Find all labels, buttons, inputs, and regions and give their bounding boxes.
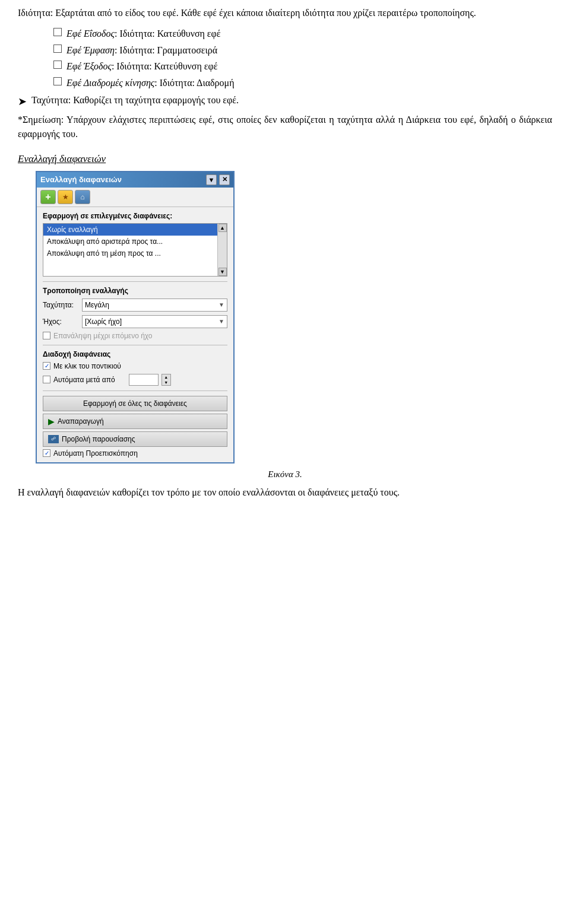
list-item: Εφέ Έξοδος: Ιδιότητα: Κατεύθυνση εφέ: [53, 59, 552, 74]
plus-icon: +: [45, 192, 50, 202]
section-heading: Εναλλαγή διαφανειών: [18, 153, 552, 165]
note-text: *Σημείωση: Υπάρχουν ελάχιστες περιπτώσει…: [18, 113, 552, 141]
content-area: Ιδιότητα: Εξαρτάται από το είδος του εφέ…: [18, 6, 552, 500]
speed-row: Ταχύτητα: Μεγάλη ▼: [43, 299, 227, 312]
dialog-content: Εφαρμογή σε επιλεγμένες διαφάνειες: Χωρί…: [37, 207, 233, 462]
mouse-click-label: Με κλικ του ποντικιού: [53, 362, 121, 370]
home-icon: ⌂: [80, 193, 84, 201]
sound-dropdown-arrow: ▼: [218, 318, 224, 325]
sound-value: [Χωρίς ήχο]: [85, 317, 122, 326]
slideshow-icon: ☍: [48, 435, 59, 443]
sound-label: Ήχος:: [43, 317, 78, 326]
dialog-toolbar: + ★ ⌂: [37, 188, 233, 207]
list-item-reveal-left[interactable]: Αποκάλυψη από αριστερά προς τα...: [43, 236, 227, 247]
bullet-icon-2: [53, 45, 62, 53]
spin-up[interactable]: ▲: [162, 374, 170, 380]
intro-paragraph: Ιδιότητα: Εξαρτάται από το είδος του εφέ…: [18, 6, 552, 20]
star-icon: ★: [62, 193, 69, 201]
bullet-icon-4: [53, 77, 62, 85]
separator-3: [43, 390, 227, 391]
list-item: Εφέ Εΐσοδος: Ιδιότητα: Κατεύθυνση εφέ: [53, 26, 552, 42]
time-input[interactable]: [129, 374, 159, 386]
bullet-icon-3: [53, 61, 62, 69]
speed-dropdown[interactable]: Μεγάλη ▼: [82, 299, 227, 312]
list-item: Εφέ Έμφαση: Ιδιότητα: Γραμματοσειρά: [53, 43, 552, 58]
auto-preview-checkbox[interactable]: [43, 449, 50, 457]
time-spinner[interactable]: ▲ ▼: [162, 374, 171, 386]
dialog-title: Εναλλαγή διαφανειών: [40, 175, 122, 184]
next-slide-title: Διαδοχή διαφάνειας: [43, 350, 227, 358]
speed-dropdown-arrow: ▼: [218, 301, 224, 308]
mouse-click-row: Με κλικ του ποντικιού: [43, 362, 227, 370]
loop-sound-label: Επανάληψη μέχρι επόμενο ήχο: [53, 332, 153, 340]
separator-1: [43, 281, 227, 282]
bullet-text-1: Εφέ Εΐσοδος: Ιδιότητα: Κατεύθυνση εφέ: [66, 26, 221, 42]
auto-after-row: Αυτόματα μετά από ▲ ▼: [43, 374, 227, 386]
speed-label: Ταχύτητα:: [43, 301, 78, 309]
minimize-button[interactable]: ▼: [206, 174, 217, 185]
dialog-box: Εναλλαγή διαφανειών ▼ ✕ + ★ ⌂: [36, 171, 235, 463]
bottom-paragraph: Η εναλλαγή διαφανειών καθορίζει τον τρόπ…: [18, 485, 552, 500]
bullet-text-3: Εφέ Έξοδος: Ιδιότητα: Κατεύθυνση εφέ: [66, 59, 217, 74]
dialog-wrapper: Εναλλαγή διαφανειών ▼ ✕ + ★ ⌂: [36, 171, 552, 463]
time-input-area: ▲ ▼: [129, 374, 171, 386]
loop-sound-checkbox[interactable]: [43, 332, 50, 339]
play-button[interactable]: ▶ Αναπαραγωγή: [43, 414, 227, 429]
spin-down[interactable]: ▼: [162, 380, 170, 385]
intro-text: Ιδιότητα: Εξαρτάται από το είδος του εφέ…: [18, 8, 476, 18]
bullet-icon-1: [53, 28, 62, 36]
home-button[interactable]: ⌂: [75, 190, 90, 204]
auto-after-label: Αυτόματα μετά από: [53, 376, 115, 384]
bullet-label-1: Εφέ Εΐσοδος: [66, 28, 115, 39]
bullet-label-4: Εφέ Διαδρομές κίνησης: [66, 78, 154, 88]
scroll-up[interactable]: ▲: [218, 224, 227, 232]
auto-after-checkbox[interactable]: [43, 376, 50, 383]
bullet-label-2: Εφέ Έμφαση: [66, 45, 115, 55]
auto-preview-label: Αυτόματη Προεπισκόπηση: [53, 449, 138, 458]
bullet-text-2: Εφέ Έμφαση: Ιδιότητα: Γραμματοσειρά: [66, 43, 217, 58]
close-button[interactable]: ✕: [219, 174, 230, 185]
apply-section-label: Εφαρμογή σε επιλεγμένες διαφάνειες:: [43, 212, 227, 220]
scroll-down[interactable]: ▼: [218, 268, 227, 276]
add-button[interactable]: +: [40, 190, 56, 204]
caption: Εικόνα 3.: [18, 469, 552, 480]
preview-button[interactable]: ☍ Προβολή παρουσίασης: [43, 431, 227, 447]
apply-all-button[interactable]: Εφαρμογή σε όλες τις διαφάνειες: [43, 396, 227, 411]
play-icon: ▶: [48, 417, 55, 426]
list-item-no-transition[interactable]: Χωρίς εναλλαγή: [43, 224, 227, 236]
speed-text: Ταχύτητα: Καθορίζει τη ταχύτητα εφαρμογή…: [31, 95, 239, 106]
speed-point: ➤ Ταχύτητα: Καθορίζει τη ταχύτητα εφαρμο…: [18, 95, 552, 109]
modify-section-title: Τροποποίηση εναλλαγής: [43, 287, 227, 295]
options-button[interactable]: ★: [58, 190, 73, 204]
dialog-titlebar: Εναλλαγή διαφανειών ▼ ✕: [37, 172, 233, 188]
speed-value: Μεγάλη: [85, 301, 109, 309]
bullet-list: Εφέ Εΐσοδος: Ιδιότητα: Κατεύθυνση εφέ Εφ…: [53, 26, 552, 90]
list-item: Εφέ Διαδρομές κίνησης: Ιδιότητα: Διαδρομ…: [53, 75, 552, 91]
next-slide-section: Διαδοχή διαφάνειας Με κλικ του ποντικιού…: [43, 350, 227, 386]
sound-row: Ήχος: [Χωρίς ήχο] ▼: [43, 315, 227, 328]
loop-sound-row: Επανάληψη μέχρι επόμενο ήχο: [43, 332, 227, 340]
bullet-text-4: Εφέ Διαδρομές κίνησης: Ιδιότητα: Διαδρομ…: [66, 75, 235, 91]
bullet-label-3: Εφέ Έξοδος: [66, 61, 112, 71]
auto-preview-row: Αυτόματη Προεπισκόπηση: [43, 449, 227, 458]
transition-list[interactable]: Χωρίς εναλλαγή Αποκάλυψη από αριστερά πρ…: [43, 223, 227, 277]
arrow-icon: ➤: [18, 95, 27, 109]
titlebar-buttons: ▼ ✕: [205, 174, 230, 185]
list-item-reveal-center[interactable]: Αποκάλυψη από τη μέση προς τα ...: [43, 247, 227, 259]
sound-dropdown[interactable]: [Χωρίς ήχο] ▼: [82, 315, 227, 328]
list-scrollbar[interactable]: ▲ ▼: [217, 224, 227, 276]
mouse-click-checkbox[interactable]: [43, 362, 50, 370]
separator-2: [43, 345, 227, 345]
titlebar-left: Εναλλαγή διαφανειών: [40, 175, 122, 184]
note-content: *Σημείωση: Υπάρχουν ελάχιστες περιπτώσει…: [18, 115, 552, 139]
